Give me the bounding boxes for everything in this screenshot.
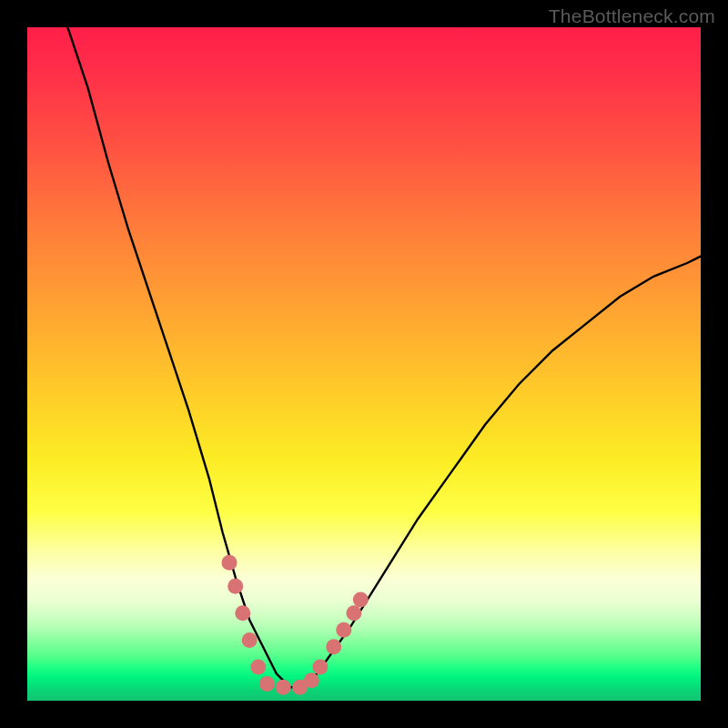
curve-marker: [326, 639, 341, 654]
curve-marker: [235, 605, 250, 621]
curve-marker: [259, 676, 275, 692]
curve-marker: [312, 660, 328, 675]
plot-area: [27, 27, 701, 701]
curve-marker: [276, 680, 291, 695]
curve-marker: [353, 592, 369, 608]
curve-marker: [242, 632, 258, 648]
curve-markers: [222, 555, 369, 695]
chart-frame: TheBottleneck.com: [0, 0, 728, 728]
curve-marker: [250, 660, 266, 675]
bottleneck-curve: [67, 27, 701, 687]
curve-marker: [222, 555, 238, 571]
curve-marker: [346, 605, 361, 621]
curve-marker: [304, 672, 319, 688]
curve-layer: [27, 27, 701, 701]
watermark-text: TheBottleneck.com: [549, 5, 715, 27]
curve-marker: [336, 622, 351, 638]
curve-marker: [228, 579, 243, 594]
